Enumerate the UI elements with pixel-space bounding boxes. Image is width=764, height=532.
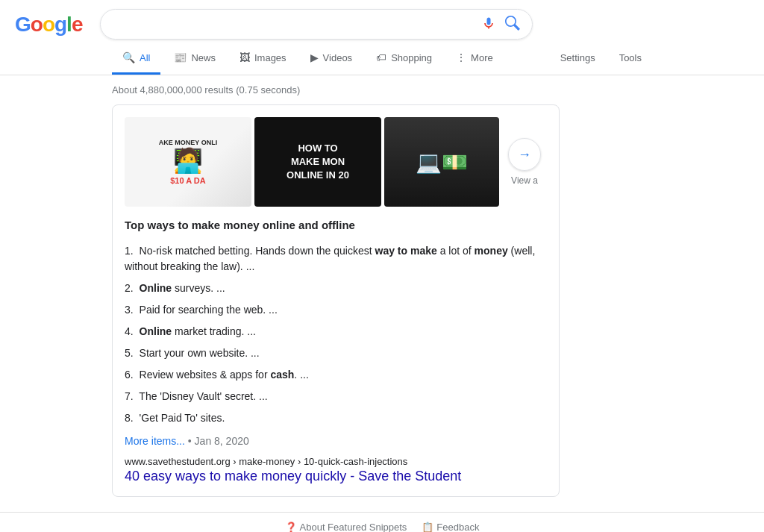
tab-settings[interactable]: Settings: [550, 43, 606, 75]
images-row: AKE MONEY ONLI 🧑‍💻 $10 A DA HOW TO MAKE …: [125, 117, 547, 207]
more-items-row: More items... • Jan 8, 2020: [125, 435, 547, 447]
feedback-link[interactable]: 📋 Feedback: [422, 522, 479, 532]
tab-images[interactable]: 🖼 Images: [229, 43, 297, 75]
tab-videos[interactable]: ▶ Videos: [300, 43, 363, 75]
image-3[interactable]: 💻💵: [384, 117, 499, 207]
list-item: 1. No-risk matched betting. Hands down t…: [125, 240, 547, 278]
tab-news[interactable]: 📰 News: [163, 43, 226, 75]
image-2[interactable]: HOW TO MAKE MON ONLINE IN 20: [254, 117, 381, 207]
more-icon: ⋮: [456, 51, 466, 63]
about-snippets-link[interactable]: ❓ About Featured Snippets: [285, 522, 407, 532]
main-content: AKE MONEY ONLI 🧑‍💻 $10 A DA HOW TO MAKE …: [0, 104, 671, 497]
list-item: 4. Online market trading. ...: [125, 321, 547, 342]
list-item: 5. Start your own website. ...: [125, 342, 547, 364]
more-items-link[interactable]: More items...: [125, 435, 185, 447]
featured-snippet-box: AKE MONEY ONLI 🧑‍💻 $10 A DA HOW TO MAKE …: [112, 104, 560, 497]
tab-more[interactable]: ⋮ More: [445, 43, 504, 75]
news-icon: 📰: [174, 51, 187, 63]
snippet-title: Top ways to make money online and offlin…: [125, 219, 547, 231]
list-item: 8. 'Get Paid To' sites.: [125, 407, 547, 429]
all-icon: 🔍: [122, 51, 135, 63]
image-1-money: $10 A DA: [170, 176, 205, 185]
desk-figure-icon: 🧑‍💻: [173, 146, 203, 175]
images-icon: 🖼: [239, 51, 250, 63]
mic-icon[interactable]: [481, 16, 496, 33]
tab-all[interactable]: 🔍 All: [112, 43, 160, 75]
image-2-text: HOW TO MAKE MON ONLINE IN 20: [286, 142, 349, 183]
snippet-list: 1. No-risk matched betting. Hands down t…: [125, 240, 547, 429]
list-item: 6. Review websites & apps for cash. ...: [125, 364, 547, 386]
date-info: • Jan 8, 2020: [188, 435, 249, 447]
google-logo: Google: [15, 13, 82, 37]
search-bar: how to make money online: [100, 9, 533, 40]
next-images-button[interactable]: → View a: [502, 117, 547, 207]
results-info: About 4,880,000,000 results (0.75 second…: [0, 75, 764, 104]
list-item: 3. Paid for searching the web. ...: [125, 299, 547, 321]
header: Google how to make money online: [0, 0, 764, 75]
question-icon: ❓: [285, 522, 297, 532]
feedback-icon: 📋: [422, 522, 433, 532]
tab-shopping[interactable]: 🏷 Shopping: [366, 43, 442, 75]
source-url: www.savethestudent.org › make-money › 10…: [125, 456, 547, 467]
image-3-inner: 💻💵: [384, 117, 499, 207]
next-circle-icon[interactable]: →: [508, 138, 541, 171]
shopping-icon: 🏷: [376, 51, 386, 63]
image-1-title: AKE MONEY ONLI: [159, 139, 217, 146]
view-all-label: View a: [511, 175, 538, 186]
search-submit-icon[interactable]: [505, 16, 520, 33]
search-input[interactable]: how to make money online: [113, 18, 474, 31]
videos-icon: ▶: [310, 51, 319, 63]
list-item: 2. Online surveys. ...: [125, 278, 547, 299]
source-title-link[interactable]: 40 easy ways to make money quickly - Sav…: [125, 469, 461, 484]
list-item: 7. The 'Disney Vault' secret. ...: [125, 386, 547, 407]
image-1[interactable]: AKE MONEY ONLI 🧑‍💻 $10 A DA: [125, 117, 251, 207]
tab-tools[interactable]: Tools: [609, 43, 652, 75]
nav-tabs: 🔍 All 📰 News 🖼 Images ▶ Videos 🏷 Shoppin…: [0, 43, 764, 75]
footer: ❓ About Featured Snippets 📋 Feedback: [0, 512, 764, 532]
